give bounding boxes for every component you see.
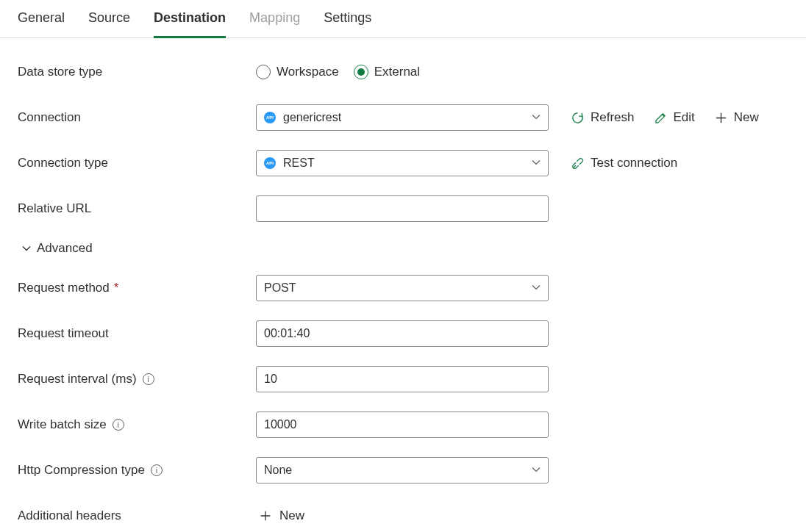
tab-settings[interactable]: Settings: [324, 0, 371, 37]
http-compression-value: None: [264, 464, 292, 477]
refresh-button[interactable]: Refresh: [571, 110, 635, 125]
request-method-select[interactable]: POST: [256, 275, 549, 301]
connection-type-value: REST: [283, 157, 315, 170]
radio-workspace[interactable]: Workspace: [256, 65, 339, 79]
tab-bar: General Source Destination Mapping Setti…: [0, 0, 806, 38]
connection-value: genericrest: [283, 111, 341, 124]
label-request-method: Request method*: [18, 281, 256, 295]
chevron-down-icon: [532, 281, 541, 295]
radio-external[interactable]: External: [354, 65, 420, 79]
plus-icon: [259, 509, 272, 522]
refresh-icon: [571, 111, 585, 125]
label-data-store-type: Data store type: [18, 65, 256, 79]
edit-icon: [654, 111, 668, 125]
test-connection-icon: [571, 157, 585, 170]
info-icon[interactable]: i: [151, 464, 163, 476]
write-batch-size-input[interactable]: 10000: [256, 411, 549, 438]
tab-destination[interactable]: Destination: [154, 0, 226, 37]
tab-general[interactable]: General: [18, 0, 65, 37]
connection-type-select[interactable]: API REST: [256, 150, 549, 176]
tab-mapping[interactable]: Mapping: [249, 0, 300, 37]
add-header-button[interactable]: New: [256, 508, 549, 523]
new-button[interactable]: New: [714, 110, 759, 125]
radio-icon: [354, 65, 368, 79]
info-icon[interactable]: i: [143, 373, 154, 385]
plus-icon: [714, 111, 728, 125]
destination-form: Data store type Workspace External Conne…: [0, 38, 806, 529]
radio-workspace-label: Workspace: [277, 65, 339, 79]
info-icon[interactable]: i: [113, 419, 124, 431]
chevron-down-icon: [22, 244, 31, 253]
radio-external-label: External: [374, 65, 420, 79]
chevron-down-icon: [532, 111, 541, 124]
label-connection: Connection: [18, 110, 256, 125]
tab-source[interactable]: Source: [88, 0, 130, 37]
connection-select[interactable]: API genericrest: [256, 104, 549, 131]
data-store-type-radio-group: Workspace External: [256, 65, 549, 79]
request-timeout-value: 00:01:40: [264, 327, 310, 340]
label-http-compression-type: Http Compression type i: [18, 463, 256, 478]
connection-type-icon: API: [264, 157, 276, 169]
relative-url-input[interactable]: [256, 195, 549, 222]
label-relative-url: Relative URL: [18, 201, 256, 216]
advanced-toggle[interactable]: Advanced: [22, 241, 788, 256]
advanced-label: Advanced: [37, 241, 93, 256]
label-connection-type: Connection type: [18, 156, 256, 170]
test-connection-label: Test connection: [591, 156, 677, 170]
label-additional-headers: Additional headers: [18, 508, 256, 523]
edit-label: Edit: [674, 110, 695, 125]
connection-service-icon: API: [264, 112, 276, 123]
add-header-label: New: [279, 508, 304, 523]
test-connection-button[interactable]: Test connection: [571, 156, 677, 170]
request-interval-input[interactable]: 10: [256, 366, 549, 392]
label-request-timeout: Request timeout: [18, 326, 256, 341]
request-method-value: POST: [264, 281, 296, 295]
label-write-batch-size: Write batch size i: [18, 417, 256, 432]
request-interval-value: 10: [264, 373, 277, 386]
new-label: New: [734, 110, 759, 125]
refresh-label: Refresh: [591, 110, 635, 125]
write-batch-size-value: 10000: [264, 418, 297, 431]
label-request-interval: Request interval (ms) i: [18, 372, 256, 387]
http-compression-select[interactable]: None: [256, 457, 549, 484]
chevron-down-icon: [532, 464, 541, 477]
radio-icon: [256, 65, 271, 79]
edit-button[interactable]: Edit: [654, 110, 695, 125]
chevron-down-icon: [532, 157, 541, 170]
request-timeout-input[interactable]: 00:01:40: [256, 320, 549, 347]
